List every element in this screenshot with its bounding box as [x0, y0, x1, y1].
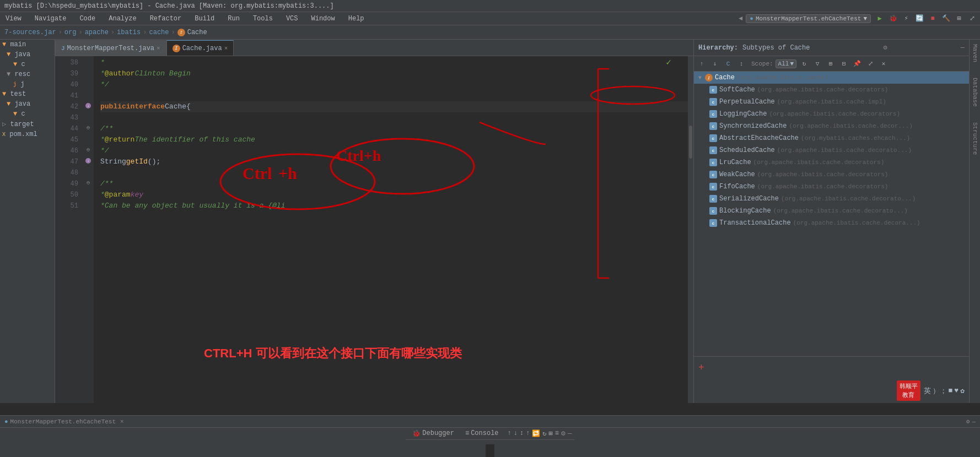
bottom-btn-4[interactable]: ↑	[526, 429, 530, 437]
hier-close-btn[interactable]: ✕	[878, 58, 889, 69]
bottom-btn-5[interactable]: 🔁	[532, 429, 540, 438]
hier-collapse-btn[interactable]: ⊟	[838, 58, 849, 69]
hier-item-scheduledcache[interactable]: c ScheduledCache (org.apache.ibatis.cach…	[694, 144, 969, 156]
sidebar-item-c2[interactable]: ▼ c	[0, 109, 55, 119]
tab-cache[interactable]: I Cache.java ×	[166, 40, 234, 56]
maximize-button[interactable]: ⤢	[967, 13, 978, 24]
menu-analyze[interactable]: Analyze	[105, 14, 139, 24]
sidebar-item-java[interactable]: ▼ java	[0, 50, 55, 59]
bottom-btn-6[interactable]: ↻	[542, 429, 546, 438]
status-bar: ● MonsterMapperTest.ehCacheTest × ⚙ —	[0, 415, 980, 427]
menu-build[interactable]: Build	[191, 14, 218, 24]
menu-navigate[interactable]: Navigate	[31, 14, 70, 24]
coverage-button[interactable]: ⚡	[901, 13, 912, 24]
hier-pin-btn[interactable]: 📌	[852, 58, 863, 69]
hier-expand-all-btn[interactable]: ⊞	[825, 58, 836, 69]
status-dash-icon[interactable]: —	[972, 418, 976, 425]
breadcrumb-cache-folder[interactable]: cache	[149, 29, 169, 36]
menu-window[interactable]: Window	[308, 14, 338, 24]
hier-item-perpetualcache[interactable]: c PerpetualCache (org.apache.ibatis.cach…	[694, 96, 969, 108]
sidebar-item-resc[interactable]: ▼ resc	[0, 69, 55, 79]
sidebar-item-test[interactable]: ▼ test	[0, 89, 55, 99]
menu-help[interactable]: Help	[345, 14, 368, 24]
hier-item-transactionalcache[interactable]: c TransactionalCache (org.apache.ibatis.…	[694, 217, 969, 229]
main-layout: ▼ main ▼ java ▼ c ▼ resc j j ▼ test ▼ ja…	[0, 40, 980, 403]
hier-item-cache[interactable]: ▼ I Cache (org.apache.ibatis.cache)	[694, 72, 969, 84]
breadcrumb-sources[interactable]: 7-sources.jar	[4, 29, 56, 36]
hier-filter-btn[interactable]: ▽	[812, 58, 823, 69]
gutter-marker-47: ↓	[85, 158, 91, 164]
run-button[interactable]: ▶	[874, 13, 885, 24]
structure-tab[interactable]: Structure	[971, 120, 979, 157]
status-close-btn[interactable]: ×	[120, 418, 124, 425]
tab-close-cache[interactable]: ×	[224, 45, 228, 52]
hier-item-lrucache[interactable]: c LruCache (org.apache.ibatis.cache.deco…	[694, 156, 969, 168]
hier-external-btn[interactable]: ⤢	[865, 58, 876, 69]
breadcrumb-org[interactable]: org	[64, 29, 77, 36]
tab-cache-label: Cache.java	[182, 45, 222, 52]
bottom-btn-2[interactable]: ↓	[514, 429, 518, 437]
menu-view[interactable]: View	[2, 14, 25, 24]
profile-button[interactable]: 🔄	[914, 13, 925, 24]
hier-item-fifocache[interactable]: c FifoCache (org.apache.ibatis.cache.dec…	[694, 181, 969, 193]
menu-code[interactable]: Code	[76, 14, 99, 24]
code-body[interactable]: * ✓ * @author Clinton Begin */ public	[94, 56, 688, 403]
bottom-btn-8[interactable]: ≡	[555, 429, 559, 437]
hier-item-serializedcache[interactable]: c SerializedCache (org.apache.ibatis.cac…	[694, 193, 969, 205]
tab-close-1[interactable]: ×	[157, 45, 160, 52]
tab-monster-mapper[interactable]: J MonsterMapperTest.java ×	[55, 40, 166, 56]
stop-button[interactable]: ■	[927, 13, 938, 24]
menu-vcs[interactable]: VCS	[283, 14, 301, 24]
sidebar-item-target[interactable]: ▷ target	[0, 119, 55, 129]
bottom-tab-console[interactable]: ≡ Console	[461, 428, 503, 438]
hier-item-synchronizedcache[interactable]: c SynchronizedCache (org.apache.ibatis.c…	[694, 120, 969, 132]
sidebar-item-pom[interactable]: X pom.xml	[0, 129, 55, 139]
bottom-settings-icon[interactable]: ⚙	[561, 429, 566, 438]
debug-button[interactable]: 🐞	[887, 13, 898, 24]
sidebar-item-java2[interactable]: ▼ java	[0, 99, 55, 109]
hier-btn-3[interactable]: C	[723, 58, 734, 69]
nav-back-icon[interactable]: ◄	[739, 15, 742, 23]
hier-btn-4[interactable]: ↕	[736, 58, 747, 69]
database-tab[interactable]: Database	[971, 75, 979, 109]
maven-tab[interactable]: Maven	[971, 42, 979, 64]
tab-java-icon-1: J	[61, 45, 65, 52]
hierarchy-settings-icon[interactable]: ⚙	[884, 43, 887, 52]
hierarchy-close-icon[interactable]: —	[961, 44, 965, 52]
scroll-thumb[interactable]	[689, 126, 692, 159]
hier-pkg-perpetualcache: (org.apache.ibatis.cache.impl)	[777, 99, 886, 105]
breadcrumb-ibatis[interactable]: ibatis	[117, 29, 141, 36]
menu-tools[interactable]: Tools	[250, 14, 276, 24]
hier-item-blockingcache[interactable]: c BlockingCache (org.apache.ibatis.cache…	[694, 205, 969, 217]
hierarchy-add-button[interactable]: +	[698, 362, 704, 373]
menu-run[interactable]: Run	[224, 14, 243, 24]
breadcrumb-cache-class[interactable]: Cache	[187, 29, 207, 36]
bottom-btn-3[interactable]: ↕	[520, 429, 524, 437]
sidebar-item-c[interactable]: ▼ c	[0, 59, 55, 69]
bottom-tab-debugger[interactable]: 🐞 Debugger	[408, 428, 459, 439]
hier-btn-1[interactable]: ↑	[696, 58, 707, 69]
hier-item-weakcache[interactable]: c WeakCache (org.apache.ibatis.cache.dec…	[694, 168, 969, 181]
breadcrumb-apache[interactable]: apache	[85, 29, 109, 36]
build-button[interactable]: 🔨	[940, 13, 951, 24]
status-settings-icon[interactable]: ⚙	[966, 418, 970, 425]
editor-scrollbar[interactable]	[688, 56, 693, 403]
hier-item-loggingcache[interactable]: c LoggingCache (org.apache.ibatis.cache.…	[694, 108, 969, 120]
sidebar-item-j[interactable]: j j	[0, 79, 55, 89]
hier-label-weakcache: WeakCache	[719, 171, 755, 178]
folder-icon-test: ▼	[2, 90, 6, 98]
menu-refactor[interactable]: Refactor	[147, 14, 185, 24]
code-line-50: * @param key	[100, 189, 688, 200]
run-config-dropdown[interactable]: ● MonsterMapperTest.ehCacheTest ▼	[746, 14, 871, 23]
hier-item-abstractehcachecache[interactable]: c AbstractEhcacheCache (org.mybatis.cach…	[694, 132, 969, 144]
hier-refresh-btn[interactable]: ↻	[799, 58, 810, 69]
tab-cache-icon: I	[173, 45, 180, 52]
bottom-btn-7[interactable]: ⊞	[549, 429, 553, 438]
scope-dropdown[interactable]: All ▼	[776, 59, 796, 68]
bottom-btn-1[interactable]: ↑	[508, 429, 511, 437]
sidebar-item-main[interactable]: ▼ main	[0, 40, 55, 50]
hier-item-softcache[interactable]: c SoftCache (org.apache.ibatis.cache.dec…	[694, 84, 969, 96]
bottom-dash-icon[interactable]: —	[568, 429, 572, 438]
sync-button[interactable]: ⊞	[954, 13, 965, 24]
hier-btn-2[interactable]: ⇓	[709, 58, 720, 69]
